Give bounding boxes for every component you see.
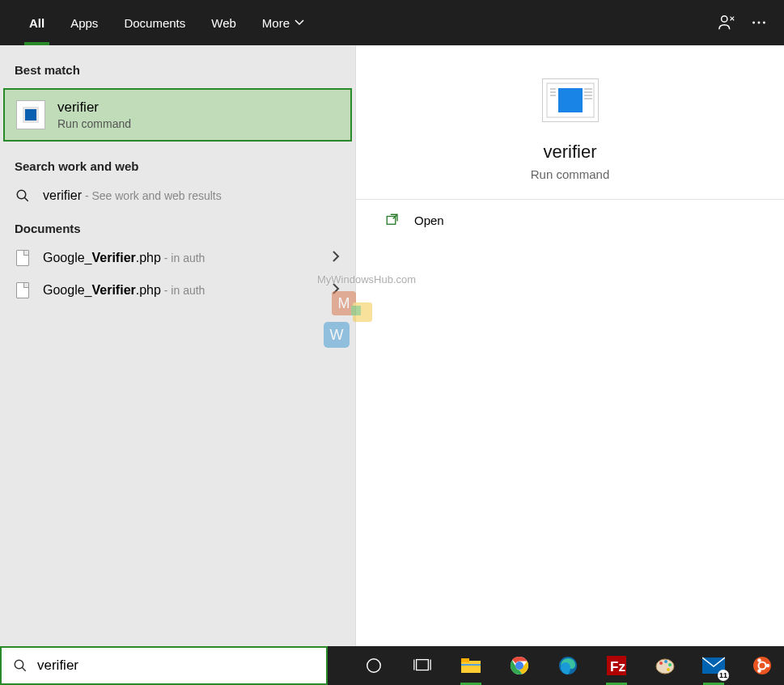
svg-rect-12 — [584, 95, 592, 96]
svg-rect-13 — [584, 98, 592, 99]
svg-point-29 — [516, 662, 523, 669]
chevron-right-icon[interactable] — [331, 251, 341, 265]
best-match-item[interactable]: verifier Run command — [3, 88, 352, 142]
svg-point-0 — [722, 16, 727, 22]
svg-point-37 — [667, 668, 670, 671]
search-tabs: All Apps Documents Web More — [0, 0, 784, 45]
svg-point-3 — [763, 22, 765, 24]
taskbar-explorer-icon[interactable] — [457, 652, 485, 679]
results-list: Best match verifier Run command Search w… — [0, 45, 356, 646]
tabbar-right-icons — [718, 14, 776, 32]
search-input[interactable] — [37, 658, 315, 674]
tab-all[interactable]: All — [16, 0, 57, 45]
svg-point-35 — [664, 660, 667, 663]
bottom-bar: Fz 11 — [0, 646, 784, 685]
tabs-container: All Apps Documents Web More — [16, 0, 718, 45]
svg-rect-7 — [550, 88, 556, 90]
document-icon — [15, 250, 31, 266]
svg-rect-10 — [584, 88, 592, 90]
detail-title: verifier — [543, 142, 596, 163]
best-match-text: verifier Run command — [57, 99, 131, 130]
section-best-match: Best match — [0, 53, 355, 83]
svg-rect-23 — [417, 660, 429, 670]
best-match-title: verifier — [57, 99, 131, 116]
svg-point-4 — [17, 190, 26, 199]
best-match-subtitle: Run command — [57, 117, 131, 130]
search-icon — [15, 188, 31, 204]
taskbar: Fz 11 — [328, 646, 784, 685]
open-label: Open — [414, 214, 444, 227]
taskbar-mail-icon[interactable]: 11 — [700, 652, 727, 679]
document-icon — [15, 282, 31, 298]
web-result-text: verifier - See work and web results — [43, 188, 341, 203]
taskbar-chrome-icon[interactable] — [506, 652, 533, 679]
svg-point-2 — [758, 22, 761, 24]
document-filename: Google_Verifier.php - in auth — [43, 283, 319, 298]
document-result-row[interactable]: Google_Verifier.php - in auth — [0, 242, 355, 274]
svg-point-34 — [659, 662, 663, 665]
svg-text:Fz: Fz — [610, 659, 625, 674]
run-command-icon — [16, 100, 45, 129]
more-options-icon[interactable] — [750, 14, 768, 32]
svg-rect-24 — [461, 661, 481, 673]
svg-rect-25 — [461, 658, 469, 662]
document-result-row[interactable]: Google_Verifier.php - in auth — [0, 274, 355, 307]
web-result-suffix: - See work and web results — [82, 189, 222, 202]
tab-more-label: More — [262, 16, 290, 30]
taskbar-filezilla-icon[interactable]: Fz — [603, 652, 630, 679]
section-documents: Documents — [0, 212, 355, 242]
svg-rect-8 — [550, 91, 556, 93]
taskbar-taskview-icon[interactable] — [409, 652, 436, 679]
tab-web[interactable]: Web — [198, 0, 249, 45]
search-icon — [13, 658, 28, 673]
search-results-pane: Best match verifier Run command Search w… — [0, 45, 784, 646]
tab-apps[interactable]: Apps — [57, 0, 111, 45]
svg-rect-6 — [558, 88, 583, 112]
search-box[interactable] — [0, 646, 328, 685]
detail-header: verifier Run command — [356, 78, 784, 199]
svg-rect-26 — [461, 664, 481, 666]
open-action[interactable]: Open — [356, 200, 784, 240]
tab-documents[interactable]: Documents — [111, 0, 198, 45]
chevron-down-icon — [295, 18, 304, 27]
detail-run-command-icon — [542, 78, 599, 122]
svg-point-1 — [752, 22, 755, 24]
taskbar-ubuntu-icon[interactable] — [748, 652, 776, 679]
mail-badge-count: 11 — [718, 670, 729, 681]
svg-rect-11 — [584, 91, 592, 93]
document-filename: Google_Verifier.php - in auth — [43, 251, 319, 265]
svg-point-43 — [757, 669, 761, 672]
section-search-work-web: Search work and web — [0, 150, 355, 180]
detail-pane: verifier Run command Open — [356, 45, 784, 646]
svg-point-41 — [766, 664, 769, 667]
svg-point-21 — [15, 660, 23, 669]
feedback-icon[interactable] — [718, 14, 735, 32]
svg-point-22 — [367, 659, 381, 673]
web-result-row[interactable]: verifier - See work and web results — [0, 180, 355, 212]
web-result-term: verifier — [43, 188, 82, 202]
taskbar-paint-icon[interactable] — [651, 652, 679, 679]
svg-point-42 — [757, 658, 761, 662]
open-icon — [385, 213, 400, 227]
chevron-right-icon[interactable] — [331, 283, 341, 298]
detail-subtitle: Run command — [531, 167, 610, 181]
taskbar-cortana-icon[interactable] — [360, 652, 388, 679]
svg-point-36 — [668, 663, 672, 666]
tab-more[interactable]: More — [249, 0, 317, 45]
taskbar-edge-icon[interactable] — [554, 652, 582, 679]
svg-rect-9 — [550, 95, 556, 96]
